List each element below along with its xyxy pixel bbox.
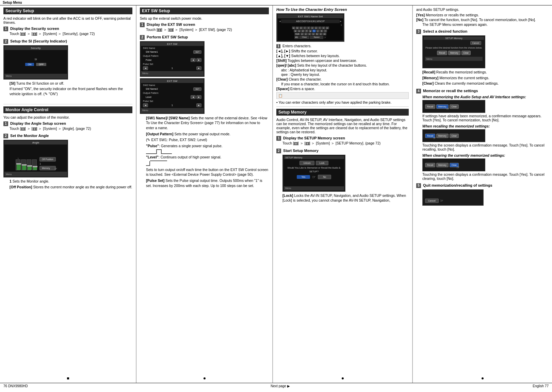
security-intro: A red indicator will blink on the unit a… — [3, 16, 132, 24]
memory-step2-content: [Lock] Locks the AV-IN SETUP, Navigation… — [282, 193, 409, 203]
col4-yes: [Yes] Memorizes or recalls the settings. — [416, 13, 549, 17]
angle-step-2: 2 Set the Monitor Angle Angle 1 — [3, 134, 132, 189]
setup-memory-screen: SETUP Memory Unlock Lock Would You Like … — [282, 155, 345, 192]
extsw-step-num-1: 1 — [140, 22, 145, 27]
char-entry-screen: EXT SW1 Name Set ◄ ABCDEFGHIJKLMNOP ► 1 … — [276, 13, 344, 42]
security-step2-title: Setup the SI (Security Indicator) — [10, 39, 67, 43]
angle-step2-content: 1 Sets the Monitor angle. [Off Position]… — [10, 179, 132, 189]
clear-screen: Recall Memory Clear☞ — [422, 158, 485, 171]
memory-step1-content: Touch [⊞] ＞ [⊞] ＞ [System] ＞ [SETUP Memo… — [282, 141, 409, 146]
section-security-setup: Security Setup A red indicator will blin… — [3, 7, 132, 97]
extsw-step1-content: Touch [⊞] ＞ [⊞] ＞ [System] ＞ [EXT SW]. (… — [146, 27, 269, 32]
col4-step-5: 5 Quit memorization/recalling of setting… — [416, 183, 549, 206]
col4-step-num-4: 4 — [416, 89, 421, 93]
col4-step5-title: Quit memorization/recalling of settings — [423, 183, 492, 187]
recall-text: Touching the screen displays a confirmat… — [422, 143, 549, 151]
col4-step-num-3: 3 — [416, 29, 421, 34]
section-extsw-setup: EXT SW Setup Sets up the exteral switch … — [140, 7, 269, 188]
column-3: How To Use the Character Entry Screen EX… — [273, 5, 412, 383]
section-setup-memory: Setup Memory Audio Control, AV-IN SETUP,… — [276, 109, 409, 203]
step-num-1: 1 — [3, 27, 8, 31]
section-char-entry: How To Use the Character Entry Screen EX… — [276, 7, 409, 104]
col4-no: [No] To cancel the function, touch [No].… — [416, 18, 549, 22]
angle-step-1: 1 Display the Angle Setup screen Touch [… — [3, 121, 132, 131]
security-step-1: 1 Display the Security screen Touch [⊞] … — [3, 27, 132, 36]
security-step-2: 2 Setup the SI (Security Indicator) Secu… — [3, 39, 132, 97]
security-step1-content: Touch [⊞] ＞ [⊞] ＞ [System] ＞ [Security].… — [10, 31, 132, 36]
memory-step-1: 1 Display the SETUP Memory screen Touch … — [276, 136, 409, 146]
extsw-step-1: 1 Display the EXT SW screen Touch [⊞] ＞ … — [140, 22, 269, 32]
memorize-text: If settings have already been memorized,… — [422, 114, 549, 122]
note-icon-box: 📋 — [276, 92, 409, 99]
step-num-2: 2 — [3, 39, 8, 44]
monitor-angle-header: Monitor Angle Control — [3, 106, 132, 113]
col4-step-3: 3 Select a desired function SETUP Memory… — [416, 29, 549, 86]
extsw-intro: Sets up the exteral switch power mode. — [140, 16, 269, 20]
quit-screen: Cancel ☞ — [422, 189, 484, 206]
col4-step3-title: Select a desired function — [423, 29, 467, 33]
col4-step-4: 4 Memorize or recall the settings When m… — [416, 89, 549, 181]
footer-right: English 77 — [533, 384, 549, 388]
security-step1-title: Display the Security screen — [10, 27, 59, 31]
angle-screen: Angle 1 — [3, 140, 68, 177]
page-footer: 76 DNX9980HD Next page ▶ English 77 — [0, 383, 552, 389]
col3-divider — [276, 106, 409, 107]
clear-text: Touching the screen displays a confirmat… — [422, 172, 549, 181]
angle-step-num-1: 1 — [3, 121, 8, 126]
memory-step-num-2: 2 — [276, 149, 281, 153]
extsw-screen2: EXT SW SW2 Name SW Name2 SET Output Patt… — [140, 78, 205, 114]
memory-step-2: 2 Start Setup Memory SETUP Memory Unlock… — [276, 149, 409, 203]
memorize-screen: Recall Memory☞ Clear — [422, 100, 485, 113]
footer-next: Next page ▶ — [271, 384, 290, 388]
monitor-angle-intro: You can adjust the position of the monit… — [3, 115, 132, 119]
col4-memorize-section: When memorizing the Audio Setup and AV I… — [422, 95, 549, 181]
column-2: EXT SW Setup Sets up the exteral switch … — [136, 5, 273, 383]
security-setup-header: Security Setup — [3, 7, 132, 14]
select-function-screen: SETUP Memory Cancel Please select the de… — [422, 35, 485, 68]
extsw-screen1: EXT SW SW1 Name SW Name1 SET Output Patt… — [140, 41, 205, 77]
extsw-step2-content: [SW1 Name]/ [SW2 Name] Sets the name of … — [146, 116, 269, 188]
angle-step1-content: Touch [⊞] ＞ [⊞] ＞ [System] ＞ [Angle]. (p… — [10, 126, 132, 131]
recall-screen: Recall☞ Memory Clear — [422, 129, 485, 142]
setup-memory-header: Setup Memory — [276, 109, 409, 116]
angle-step2-title: Set the Monitor Angle — [10, 134, 49, 138]
col4-step4-title: Memorize or recall the settings — [423, 89, 478, 93]
section-monitor-angle: Monitor Angle Control You can adjust the… — [3, 106, 132, 190]
col4-setup-note: The SETUP Menu screen appears again. — [422, 22, 549, 27]
angle-step-num-2: 2 — [3, 134, 8, 138]
extsw-header: EXT SW Setup — [140, 7, 269, 14]
extsw-step-num-2: 2 — [140, 35, 145, 40]
memory-step2-title: Start Setup Memory — [283, 149, 319, 153]
extsw-step-2: 2 Perform EXT SW Setup EXT SW SW1 Name S… — [140, 35, 269, 188]
col4-step3-content: [Recall] Recalls the memorized settings.… — [422, 70, 549, 86]
col1-divider — [3, 104, 132, 104]
footer-left: 76 DNX9980HD — [3, 384, 28, 388]
char-entry-items: 1 Enters characters. [◄], [►] Shifts the… — [276, 44, 409, 104]
col4-continuation: and Audio SETUP settings. — [416, 7, 549, 12]
extsw-step2-title: Perform EXT SW Setup — [147, 35, 188, 39]
col4-step-num-5: 5 — [416, 183, 421, 188]
memory-step-num-1: 1 — [276, 136, 281, 141]
char-entry-title: How To Use the Character Entry Screen — [276, 7, 409, 12]
security-step2-content: [SI] Turns the SI function on or off. If… — [10, 81, 132, 97]
column-4: and Audio SETUP settings. [Yes] Memorize… — [413, 5, 552, 383]
column-1: Security Setup A red indicator will blin… — [0, 5, 136, 383]
extsw-step1-title: Display the EXT SW screen — [147, 22, 195, 27]
setup-memory-intro: Audio Control, AV-IN SETUP, AV Interface… — [276, 118, 409, 134]
security-screen: Security SI ON OFF Menu — [3, 45, 68, 80]
angle-step1-title: Display the Angle Setup screen — [10, 121, 66, 125]
memory-step1-title: Display the SETUP Memory screen — [283, 136, 345, 140]
page-header: Setup Menu — [0, 0, 552, 5]
